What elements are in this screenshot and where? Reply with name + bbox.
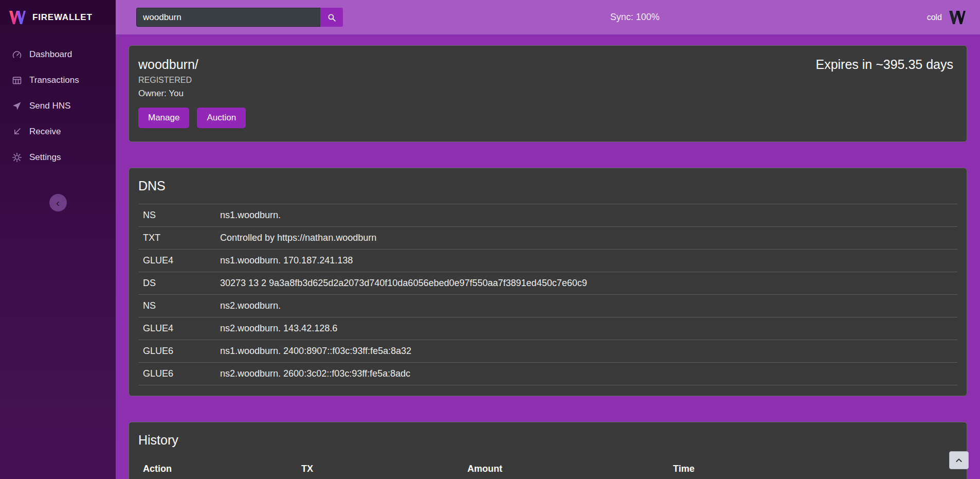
sync-status: Sync: 100% [610, 12, 660, 23]
manage-button[interactable]: Manage [138, 108, 189, 128]
sidebar-collapse-button[interactable]: ‹ [49, 194, 67, 211]
history-card-title: History [138, 433, 957, 448]
sidebar-item-receive[interactable]: Receive [0, 119, 116, 145]
wallet-mode-badge: cold [927, 13, 942, 22]
search-input[interactable] [136, 8, 320, 27]
history-header-amount: Amount [463, 458, 668, 479]
history-header-action: Action [138, 458, 297, 479]
content: woodburn/ REGISTERED Owner: You Manage A… [116, 34, 980, 479]
brand[interactable]: FIREWALLET [0, 0, 116, 34]
sidebar-item-send-hns[interactable]: Send HNS [0, 93, 116, 119]
auction-button[interactable]: Auction [197, 108, 246, 128]
table-icon [12, 75, 22, 85]
brand-name: FIREWALLET [32, 12, 93, 23]
dns-record-value: ns1.woodburn. 2400:8907::f03c:93ff:fe5a:… [215, 340, 957, 363]
dns-record-value: ns1.woodburn. [215, 204, 957, 227]
dns-record-type: GLUE6 [138, 340, 215, 363]
topbar: Sync: 100% cold [116, 0, 980, 34]
sidebar: FIREWALLET Dashboard Transactions [0, 0, 116, 479]
sidebar-item-dashboard[interactable]: Dashboard [0, 42, 116, 67]
dns-record-type: NS [138, 204, 215, 227]
domain-title: woodburn/ [138, 57, 246, 72]
history-header-row: Action TX Amount Time [138, 458, 957, 479]
receive-arrow-icon [12, 127, 22, 137]
chevron-left-icon: ‹ [56, 197, 60, 208]
domain-card-left: woodburn/ REGISTERED Owner: You Manage A… [138, 57, 246, 128]
chevron-up-icon [955, 456, 963, 465]
dns-record-type: GLUE4 [138, 317, 215, 340]
domain-status: REGISTERED [138, 76, 246, 85]
dns-record-row: NS ns2.woodburn. [138, 295, 957, 317]
scroll-to-top-button[interactable] [949, 451, 969, 469]
sidebar-item-transactions[interactable]: Transactions [0, 67, 116, 93]
gauge-icon [12, 49, 22, 60]
sidebar-item-label: Settings [29, 152, 61, 163]
history-header-tx: TX [297, 458, 463, 479]
expires-label: Expires in ~395.35 days [815, 57, 953, 72]
dns-record-value: ns2.woodburn. 143.42.128.6 [215, 317, 957, 340]
dns-card-title: DNS [138, 179, 957, 193]
dns-record-type: TXT [138, 227, 215, 250]
dns-record-row: GLUE4 ns2.woodburn. 143.42.128.6 [138, 317, 957, 340]
gear-icon [12, 152, 22, 163]
main-area: Sync: 100% cold woodburn/ REGISTERED Own… [116, 0, 980, 479]
dns-record-row: DS 30273 13 2 9a3a8fb3d625d2a2073d740f10… [138, 272, 957, 295]
search-button[interactable] [320, 8, 343, 27]
dns-record-type: GLUE4 [138, 250, 215, 272]
dns-table: NS ns1.woodburn. TXT Controlled by https… [138, 204, 957, 385]
topbar-right: cold [927, 10, 967, 25]
dns-record-row: GLUE6 ns1.woodburn. 2400:8907::f03c:93ff… [138, 340, 957, 363]
sidebar-item-label: Dashboard [29, 49, 72, 60]
dns-record-value: 30273 13 2 9a3a8fb3d625d2a2073d740f10da6… [215, 272, 957, 295]
paper-plane-icon [12, 101, 22, 111]
sidebar-item-settings[interactable]: Settings [0, 145, 116, 170]
domain-owner: Owner: You [138, 88, 246, 99]
sidebar-item-label: Transactions [29, 75, 79, 85]
firewallet-dark-logo-icon [948, 10, 967, 25]
sidebar-item-label: Receive [29, 127, 61, 137]
dns-record-value: ns1.woodburn. 170.187.241.138 [215, 250, 957, 272]
sidebar-item-label: Send HNS [29, 101, 70, 111]
dns-card: DNS NS ns1.woodburn. TXT Controlled by h… [129, 168, 967, 396]
domain-card: woodburn/ REGISTERED Owner: You Manage A… [129, 45, 967, 142]
dns-record-row: TXT Controlled by https://nathan.woodbur… [138, 227, 957, 250]
dns-record-value: Controlled by https://nathan.woodburn [215, 227, 957, 250]
dns-record-value: ns2.woodburn. 2600:3c02::f03c:93ff:fe5a:… [215, 363, 957, 385]
firewallet-logo-icon [8, 10, 27, 25]
search-icon [327, 13, 336, 22]
history-header-time: Time [668, 458, 957, 479]
search-form [136, 8, 343, 27]
domain-actions: Manage Auction [138, 108, 246, 128]
dns-record-value: ns2.woodburn. [215, 295, 957, 317]
history-card: History Action TX Amount Time UPDATE 70e… [129, 422, 967, 479]
dns-record-row: GLUE4 ns1.woodburn. 170.187.241.138 [138, 250, 957, 272]
dns-record-row: GLUE6 ns2.woodburn. 2600:3c02::f03c:93ff… [138, 363, 957, 385]
history-table: Action TX Amount Time UPDATE 70e64775...… [138, 458, 957, 479]
dns-record-type: GLUE6 [138, 363, 215, 385]
sidebar-menu: Dashboard Transactions Send HNS [0, 34, 116, 170]
dns-record-type: DS [138, 272, 215, 295]
dns-record-row: NS ns1.woodburn. [138, 204, 957, 227]
dns-record-type: NS [138, 295, 215, 317]
